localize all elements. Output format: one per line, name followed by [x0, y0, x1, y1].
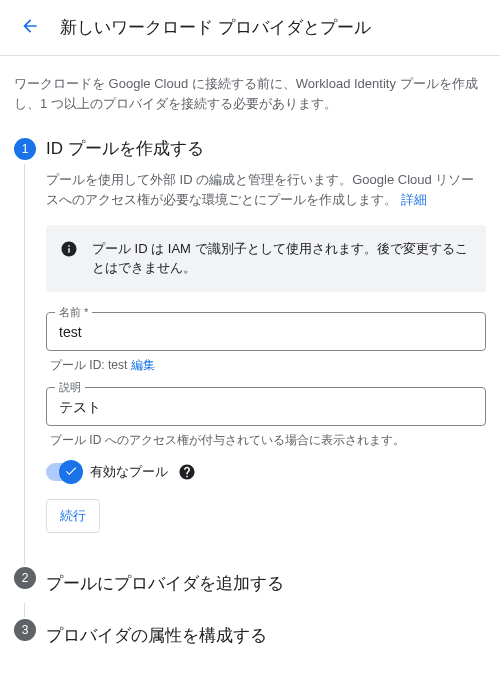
name-label: 名前 *	[55, 305, 92, 320]
description-label: 説明	[55, 380, 85, 395]
arrow-left-icon	[20, 16, 40, 39]
description-input[interactable]	[46, 387, 486, 426]
info-icon	[60, 240, 78, 261]
step-number-3: 3	[14, 619, 36, 641]
step-2[interactable]: 2 プールにプロバイダを追加する	[14, 565, 486, 603]
step-3[interactable]: 3 プロバイダの属性を構成する	[14, 617, 486, 655]
step-number-1: 1	[14, 138, 36, 160]
name-input[interactable]	[46, 312, 486, 351]
info-text: プール ID は IAM で識別子として使用されます。後で変更することはできませ…	[92, 239, 472, 278]
pool-id-helper: プール ID: test 編集	[50, 357, 486, 374]
description-helper: プール ID へのアクセス権が付与されている場合に表示されます。	[50, 432, 486, 449]
check-icon	[64, 464, 78, 481]
edit-pool-id-link[interactable]: 編集	[131, 358, 155, 372]
step-1-title: ID プールを作成する	[46, 136, 486, 162]
back-button[interactable]	[14, 10, 46, 45]
name-field-wrapper: 名前 *	[46, 312, 486, 351]
intro-text: ワークロードを Google Cloud に接続する前に、Workload Id…	[14, 74, 486, 114]
enabled-pool-toggle[interactable]	[46, 463, 80, 481]
details-link[interactable]: 詳細	[401, 192, 427, 207]
page-header: 新しいワークロード プロバイダとプール	[0, 0, 500, 56]
toggle-label: 有効なプール	[90, 463, 168, 481]
step-1-description: プールを使用して外部 ID の編成と管理を行います。Google Cloud リ…	[46, 170, 486, 210]
help-icon[interactable]	[178, 463, 196, 481]
footer: 保存 キャンセル	[0, 655, 500, 677]
step-3-title: プロバイダの属性を構成する	[46, 623, 486, 649]
step-2-title: プールにプロバイダを追加する	[46, 571, 486, 597]
step-number-2: 2	[14, 567, 36, 589]
step-connector	[24, 603, 25, 617]
page-title: 新しいワークロード プロバイダとプール	[60, 16, 371, 39]
description-field-wrapper: 説明	[46, 387, 486, 426]
step-1: 1 ID プールを作成する プールを使用して外部 ID の編成と管理を行います。…	[14, 136, 486, 551]
info-box: プール ID は IAM で識別子として使用されます。後で変更することはできませ…	[46, 225, 486, 292]
continue-button[interactable]: 続行	[46, 499, 100, 533]
step-connector	[24, 551, 25, 565]
